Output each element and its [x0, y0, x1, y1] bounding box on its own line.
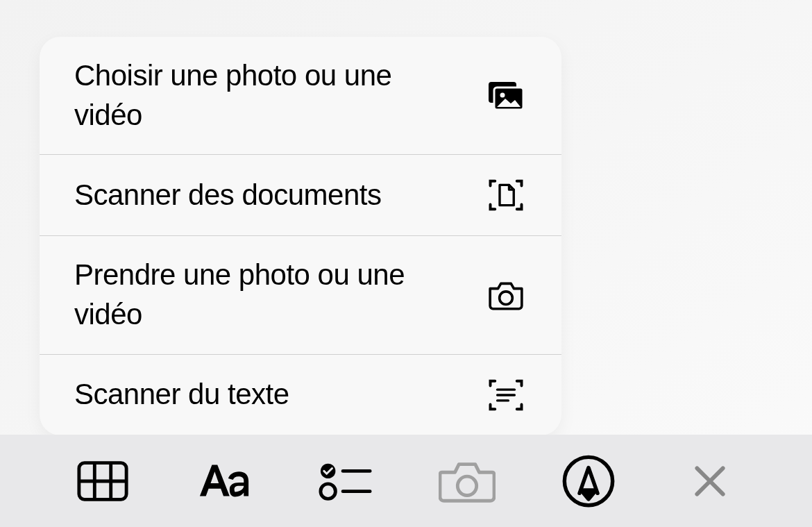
text-scan-icon: [485, 374, 527, 416]
menu-item-label: Choisir une photo ou une vidéo: [74, 56, 407, 135]
table-button[interactable]: [71, 450, 134, 512]
photo-gallery-icon: [485, 75, 527, 117]
checklist-button[interactable]: [314, 450, 377, 512]
formatting-toolbar: [0, 435, 812, 527]
camera-button[interactable]: [436, 450, 498, 512]
text-format-button[interactable]: [193, 450, 255, 512]
menu-item-scan-text[interactable]: Scanner du texte: [40, 355, 561, 435]
close-button[interactable]: [679, 450, 741, 512]
attachment-menu: Choisir une photo ou une vidéo Scanner d…: [40, 37, 561, 435]
menu-item-label: Scanner des documents: [74, 176, 381, 215]
menu-item-scan-documents[interactable]: Scanner des documents: [40, 155, 561, 236]
menu-item-label: Scanner du texte: [74, 375, 289, 415]
document-scan-icon: [485, 174, 527, 216]
menu-item-label: Prendre une photo ou une vidéo: [74, 256, 407, 334]
menu-item-take-photo[interactable]: Prendre une photo ou une vidéo: [40, 236, 561, 354]
svg-point-15: [457, 476, 476, 495]
menu-item-choose-photo[interactable]: Choisir une photo ou une vidéo: [40, 37, 561, 155]
markup-button[interactable]: [557, 450, 620, 512]
svg-point-2: [500, 92, 505, 97]
camera-icon: [485, 274, 527, 316]
svg-point-3: [500, 292, 513, 305]
svg-point-13: [320, 483, 335, 498]
